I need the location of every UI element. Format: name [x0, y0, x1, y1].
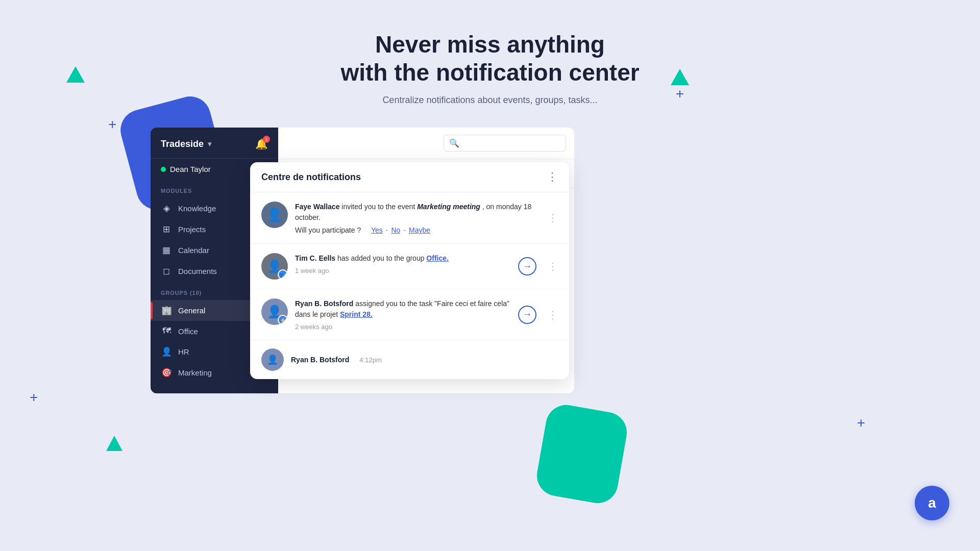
notification-3-more[interactable]: ⋮	[548, 310, 558, 320]
online-status-dot	[161, 167, 166, 172]
notification-panel: Centre de notifications ⋮ 👤 Faye Wallace…	[250, 162, 569, 379]
sidebar-item-label: Documents	[178, 267, 217, 276]
group-badge: 👥	[278, 269, 288, 280]
triangle-icon-tl	[66, 66, 85, 87]
general-icon: 🏢	[161, 305, 172, 316]
notification-item-1: 👤 Faye Wallace invited you to the event …	[250, 192, 569, 244]
notification-more-button[interactable]: ⋮	[547, 171, 558, 183]
notification-2-body: Tim C. Eells has added you to the group …	[295, 253, 511, 274]
notification-1-body: Faye Wallace invited you to the event Ma…	[295, 202, 536, 234]
sidebar-brand: Tradeside ▾	[161, 139, 211, 149]
ryan-botsford-avatar-2: 👤	[261, 348, 284, 371]
user-name: Dean Taylor	[170, 165, 211, 173]
notification-item-3: 👤 ⚡ Ryan B. Botsford assigned you to the…	[250, 289, 569, 340]
yes-button[interactable]: Yes	[371, 226, 383, 234]
search-icon: 🔍	[449, 138, 459, 148]
active-indicator	[151, 302, 153, 319]
plus-icon-1: +	[108, 116, 116, 133]
sidebar-item-label: HR	[178, 347, 189, 356]
notification-3-text: Ryan B. Botsford assigned you to the tas…	[295, 298, 511, 320]
main-topbar: 🔍	[278, 128, 574, 159]
office-link[interactable]: Office.	[426, 254, 449, 262]
hero-title: Never miss anythingwith the notification…	[311, 31, 669, 87]
app-logo[interactable]: a	[915, 486, 949, 520]
event-name: Marketing meeting	[417, 203, 480, 211]
sidebar-header: Tradeside ▾ 🔔 1	[151, 138, 278, 159]
plus-icon-2: +	[676, 86, 684, 102]
calendar-icon: ▦	[161, 245, 172, 256]
sender-name: Faye Wallace	[295, 203, 339, 211]
maybe-button[interactable]: Maybe	[409, 226, 430, 234]
office-icon: 🗺	[161, 326, 172, 336]
sidebar-item-label: Marketing	[178, 368, 212, 377]
ryan-botsford-avatar-1: 👤 ⚡	[261, 298, 288, 325]
notification-3-time: 2 weeks ago	[295, 323, 511, 331]
participate-question: Will you participate ?	[295, 226, 361, 234]
plus-icon-4: +	[857, 415, 865, 431]
notification-3-arrow[interactable]: →	[518, 306, 536, 324]
notification-3-body: Ryan B. Botsford assigned you to the tas…	[295, 298, 511, 331]
search-box[interactable]: 🔍	[444, 135, 566, 152]
bottom-sender-name: Ryan B. Botsford	[291, 356, 349, 364]
brand-name: Tradeside	[161, 139, 204, 149]
notification-1-actions: Will you participate ? Yes - No - Maybe	[295, 226, 536, 234]
faye-wallace-avatar: 👤	[261, 202, 288, 228]
notification-2-more[interactable]: ⋮	[548, 261, 558, 271]
logo-letter: a	[928, 495, 936, 511]
plus-icon-3: +	[30, 389, 38, 406]
sprint-link[interactable]: Sprint 28.	[340, 310, 373, 318]
task-badge: ⚡	[278, 315, 288, 325]
notification-1-pre: invited you to the event	[341, 203, 417, 211]
sender-name: Tim C. Eells	[295, 254, 335, 262]
chevron-down-icon[interactable]: ▾	[208, 140, 211, 148]
marketing-icon: 🎯	[161, 367, 172, 378]
group-badge-icon: 👥	[280, 272, 286, 278]
notification-bell[interactable]: 🔔 1	[255, 138, 268, 150]
triangle-icon-bl	[106, 436, 122, 454]
sender-name: Ryan B. Botsford	[295, 299, 353, 308]
notification-1-text: Faye Wallace invited you to the event Ma…	[295, 202, 536, 223]
notification-bottom: 👤 Ryan B. Botsford 4:12pm	[250, 340, 569, 379]
sidebar-item-label: Calendar	[178, 246, 209, 255]
hero-subtitle: Centralize notifications about events, g…	[311, 95, 669, 106]
sidebar-item-label: Knowledge	[178, 204, 216, 213]
tim-eells-avatar: 👤 👥	[261, 253, 288, 280]
hero-section: Never miss anythingwith the notification…	[311, 31, 669, 106]
sidebar-item-label: General	[178, 306, 205, 315]
notification-panel-title: Centre de notifications	[261, 172, 361, 183]
documents-icon: ◻	[161, 266, 172, 277]
notification-1-more[interactable]: ⋮	[548, 213, 558, 223]
avatar-image: 👤	[261, 202, 288, 228]
sidebar-item-label: Office	[178, 327, 198, 336]
projects-icon: ⊞	[161, 224, 172, 235]
notification-2-text: Tim C. Eells has added you to the group …	[295, 253, 511, 264]
sidebar-item-label: Projects	[178, 225, 206, 234]
notification-2-pre: has added you to the group	[337, 254, 426, 262]
notification-header: Centre de notifications ⋮	[250, 162, 569, 192]
notification-item-2: 👤 👥 Tim C. Eells has added you to the gr…	[250, 244, 569, 289]
no-button[interactable]: No	[391, 226, 400, 234]
hr-icon: 👤	[161, 346, 172, 357]
notification-2-arrow[interactable]: →	[518, 257, 536, 276]
task-badge-icon: ⚡	[280, 317, 286, 323]
bell-badge: 1	[263, 136, 270, 143]
knowledge-icon: ◈	[161, 203, 172, 214]
notification-2-time: 1 week ago	[295, 267, 511, 274]
bg-decoration-green	[534, 402, 630, 506]
bottom-time: 4:12pm	[359, 356, 381, 364]
